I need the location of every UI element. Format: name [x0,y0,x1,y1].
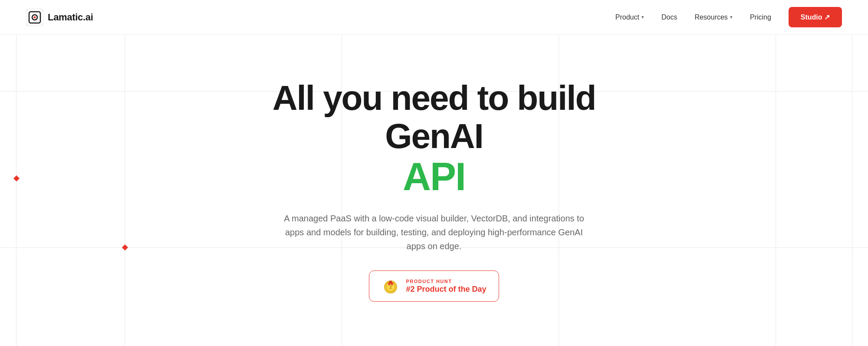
red-dot-decoration [122,244,128,250]
nav-docs-label: Docs [661,13,677,21]
grid-line [776,35,776,346]
svg-text:2: 2 [390,285,392,290]
hero-description: A managed PaaS with a low-code visual bu… [282,211,586,253]
product-hunt-badge[interactable]: 2 PRODUCT HUNT #2 Product of the Day [369,270,499,302]
red-dot-decoration [13,175,20,181]
nav-pricing-label: Pricing [750,13,771,21]
svg-point-7 [389,281,392,283]
grid-line [125,35,125,346]
logo-text: Lamatic.ai [48,12,93,23]
grid-line [16,35,16,346]
product-chevron-icon: ▾ [641,14,644,20]
product-hunt-badge-text: PRODUCT HUNT #2 Product of the Day [406,279,486,294]
logo[interactable]: Lamatic.ai [26,9,93,26]
hero-api-text: API [256,155,612,198]
nav-pricing[interactable]: Pricing [750,13,771,21]
nav-links: Product ▾ Docs Resources ▾ Pricing Studi… [615,7,842,27]
svg-point-3 [34,16,36,18]
product-hunt-rank: #2 Product of the Day [406,285,486,294]
resources-chevron-icon: ▾ [730,14,733,20]
nav-docs[interactable]: Docs [661,13,677,21]
nav-resources[interactable]: Resources ▾ [694,13,732,21]
navbar: Lamatic.ai Product ▾ Docs Resources ▾ Pr… [0,0,868,35]
studio-button[interactable]: Studio ↗ [789,7,842,27]
hero-content: All you need to build GenAI API A manage… [239,79,629,302]
product-hunt-medal-icon: 2 [381,277,400,295]
studio-button-label: Studio ↗ [801,13,830,21]
product-hunt-label: PRODUCT HUNT [406,279,486,284]
nav-product[interactable]: Product ▾ [615,13,644,21]
grid-line [852,35,852,346]
nav-resources-label: Resources [694,13,727,21]
hero-title: All you need to build GenAI [256,79,612,155]
logo-icon [26,9,43,26]
nav-product-label: Product [615,13,639,21]
hero-section: All you need to build GenAI API A manage… [0,35,868,346]
